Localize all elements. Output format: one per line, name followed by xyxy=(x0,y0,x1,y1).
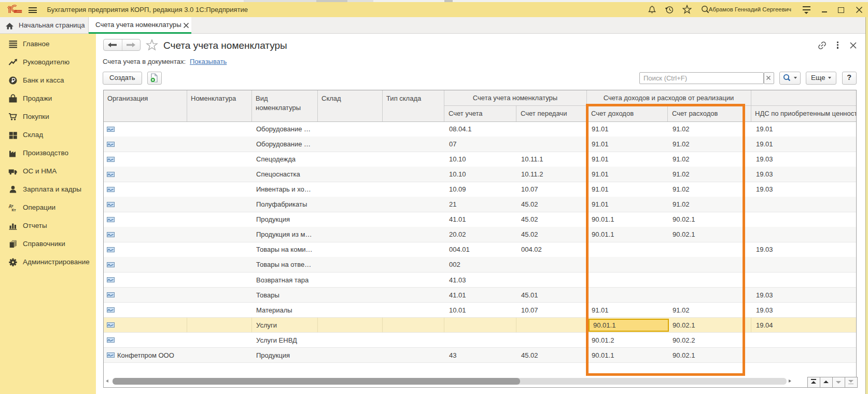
svg-text:Кт: Кт xyxy=(12,208,17,212)
